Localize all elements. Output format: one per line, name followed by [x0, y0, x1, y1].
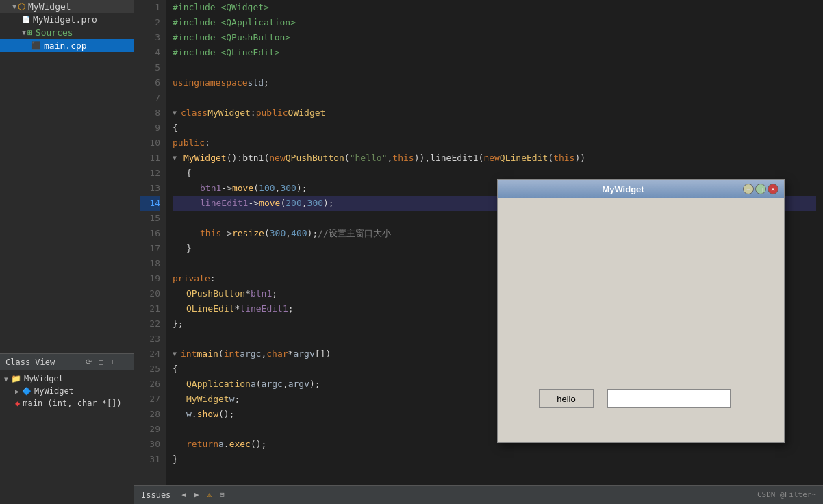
- cv-mywidget-class-label: MyWidget: [34, 386, 74, 396]
- ln-27: 27: [140, 392, 160, 407]
- ln-21: 21: [140, 301, 160, 316]
- hello-btn-label: hello: [557, 394, 575, 404]
- watermark: CSDN @Filter~: [757, 490, 816, 499]
- ln-5: 5: [140, 60, 160, 75]
- ln-19: 19: [140, 271, 160, 286]
- sources-folder[interactable]: ▼ ⊞ Sources: [0, 26, 134, 39]
- sources-label: Sources: [36, 27, 73, 38]
- cv-main-func[interactable]: ◆ main (int, char *[]): [0, 397, 134, 410]
- maximize-icon: □: [759, 186, 763, 193]
- ln-16: 16: [140, 226, 160, 241]
- cv-expand-arrow: ▼: [4, 375, 8, 383]
- preview-minimize-btn[interactable]: −: [743, 184, 754, 194]
- class-view-header: Class View ⟳ ◫ + −: [0, 354, 134, 370]
- preview-line-edit[interactable]: [607, 389, 731, 408]
- cv-expand-class: ▶: [15, 388, 19, 395]
- cv-class-icon: 🔷: [22, 387, 31, 396]
- code-line-31: }: [173, 452, 816, 467]
- warning-icon: ⚠: [205, 490, 215, 500]
- ln-30: 30: [140, 437, 160, 452]
- cv-mywidget-label: MyWidget: [24, 374, 64, 383]
- minimize-icon: −: [746, 186, 750, 193]
- bottom-bar: Issues ◀ ▶ ⚠ ⊟ CSDN @Filter~: [134, 485, 823, 504]
- ln-14: 14: [140, 196, 160, 211]
- ln-10: 10: [140, 136, 160, 151]
- cv-filter-icon[interactable]: ◫: [97, 357, 105, 367]
- ln-23: 23: [140, 331, 160, 346]
- ln-9: 9: [140, 121, 160, 136]
- editor-area: 1 2 3 4 5 6 7 8 9 10 11 12 13 14 15 16 1…: [134, 0, 823, 504]
- ln-22: 22: [140, 316, 160, 331]
- code-line-8: ▼class MyWidget : public QWidget: [173, 105, 816, 121]
- ln-8: 8: [140, 105, 160, 121]
- ln-7: 7: [140, 90, 160, 105]
- main-cpp-label: main.cpp: [44, 40, 87, 51]
- ln-6: 6: [140, 75, 160, 90]
- code-line-4: #include <QLineEdit>: [173, 45, 816, 60]
- ln-15: 15: [140, 211, 160, 226]
- code-line-2: #include <QApplication>: [173, 15, 816, 30]
- ln-13: 13: [140, 181, 160, 196]
- preview-close-btn[interactable]: ×: [768, 184, 778, 194]
- sources-icon: ⊞: [27, 27, 33, 38]
- issues-title: Issues: [141, 490, 170, 500]
- class-view-title: Class View: [5, 357, 81, 367]
- ln-28: 28: [140, 407, 160, 422]
- code-line-1: #include <QWidget>: [173, 0, 816, 15]
- cv-sync-icon[interactable]: ⟳: [84, 357, 94, 367]
- project-name: MyWidget: [28, 1, 71, 12]
- pro-file-label: MyWidget.pro: [33, 14, 97, 25]
- ln-31: 31: [140, 452, 160, 467]
- line-numbers: 1 2 3 4 5 6 7 8 9 10 11 12 13 14 15 16 1…: [134, 0, 166, 485]
- ln-24: 24: [140, 346, 160, 362]
- ln-12: 12: [140, 166, 160, 181]
- code-line-3: #include <QPushButton>: [173, 30, 816, 45]
- pro-file-item[interactable]: 📄 MyWidget.pro: [0, 13, 134, 26]
- preview-window: MyWidget − □ × hello: [497, 179, 785, 443]
- code-line-7: [173, 90, 816, 105]
- cv-mywidget-class[interactable]: ▶ 🔷 MyWidget: [0, 385, 134, 397]
- expand-arrow-project: ▼: [12, 3, 16, 10]
- sidebar: ▼ ⬡ MyWidget 📄 MyWidget.pro ▼ ⊞ Sources …: [0, 0, 134, 504]
- cv-minimize-icon[interactable]: −: [119, 357, 128, 367]
- project-root[interactable]: ▼ ⬡ MyWidget: [0, 0, 134, 13]
- main-cpp-item[interactable]: ⬛ main.cpp: [0, 39, 134, 52]
- code-line-9: {: [173, 121, 816, 136]
- cv-folder-icon: 📁: [11, 374, 21, 383]
- cv-mywidget-root[interactable]: ▼ 📁 MyWidget: [0, 373, 134, 385]
- preview-titlebar: MyWidget − □ ×: [498, 180, 784, 198]
- ln-17: 17: [140, 241, 160, 256]
- ln-26: 26: [140, 377, 160, 392]
- cv-func-icon: ◆: [15, 399, 20, 408]
- code-line-11: ▼MyWidget():btn1(new QPushButton("hello"…: [173, 151, 816, 166]
- ln-18: 18: [140, 256, 160, 271]
- ln-29: 29: [140, 422, 160, 437]
- ln-11: 11: [140, 151, 160, 166]
- expand-arrow-sources: ▼: [22, 29, 26, 36]
- ln-25: 25: [140, 362, 160, 377]
- bottom-icons: ◀ ▶ ⚠ ⊟: [179, 490, 227, 500]
- filter-icon[interactable]: ⊟: [217, 490, 227, 500]
- project-icon: ⬡: [18, 1, 25, 12]
- preview-content: hello: [498, 198, 784, 442]
- code-line-12: {: [173, 166, 816, 181]
- ln-2: 2: [140, 15, 160, 30]
- file-icon: 📄: [22, 16, 30, 23]
- ln-3: 3: [140, 30, 160, 45]
- bottom-nav-next[interactable]: ▶: [192, 490, 202, 500]
- cv-main-label: main (int, char *[]): [23, 399, 122, 408]
- bottom-nav-prev[interactable]: ◀: [179, 490, 189, 500]
- preview-maximize-btn[interactable]: □: [755, 184, 766, 194]
- cpp-icon: ⬛: [31, 41, 41, 50]
- preview-controls: − □ ×: [743, 184, 778, 194]
- cv-add-icon[interactable]: +: [108, 357, 117, 367]
- preview-title: MyWidget: [503, 184, 743, 194]
- close-icon: ×: [771, 186, 775, 193]
- hello-button[interactable]: hello: [539, 389, 594, 408]
- class-view-panel: Class View ⟳ ◫ + − ▼ 📁 MyWidget ▶ 🔷 MyWi…: [0, 353, 134, 504]
- code-line-10: public:: [173, 136, 816, 151]
- file-tree: ▼ ⬡ MyWidget 📄 MyWidget.pro ▼ ⊞ Sources …: [0, 0, 134, 353]
- code-line-6: using namespace std;: [173, 75, 816, 90]
- code-line-5: [173, 60, 816, 75]
- ln-4: 4: [140, 45, 160, 60]
